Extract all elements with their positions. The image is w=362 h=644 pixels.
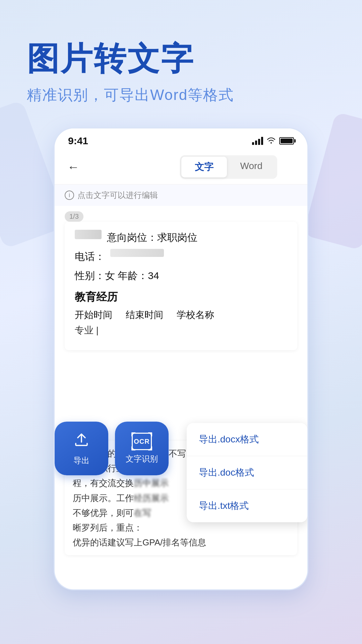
wifi-icon [266,136,276,146]
blurred-text-2: 历中展示 [134,476,169,490]
export-fab-label: 导出 [73,455,89,466]
ocr-corner-br [148,446,152,450]
ocr-corner-tr [148,432,152,436]
para-line-6: 晰罗列后，重点： [73,523,142,533]
para-line-4: 历中展示。工作 [73,493,134,503]
content-area: 意向岗位：求职岗位 电话： 性别：女 年龄：34 教育经历 开始时间 结束时间 … [65,222,297,350]
col-end-time: 结束时间 [126,309,163,321]
ocr-fab-label: 文字识别 [126,453,158,464]
tab-group: 文字 Word [180,155,277,179]
col-school: 学校名称 [177,309,214,321]
phone-mockup: 9:41 ← 文字 Word [54,127,308,590]
major-label: 专业 | [75,325,99,335]
export-docx-option[interactable]: 导出.docx格式 [187,423,307,456]
info-icon: i [65,191,74,200]
content-row-1: 意向岗位：求职岗位 [75,230,287,245]
content-row-3: 性别：女 年龄：34 [75,268,287,283]
fab-container: 导出 OCR 文字识别 [55,422,169,475]
tab-word[interactable]: Word [227,157,276,177]
ocr-icon: OCR [132,433,152,450]
intent-position-text[interactable]: 意向岗位：求职岗位 [107,230,197,245]
page-indicator: 1/3 [65,211,83,222]
hero-title: 图片转文字 [27,40,335,77]
para-line-5: 不够优异，则可 [73,508,134,518]
edu-table-header: 开始时间 结束时间 学校名称 [75,309,287,321]
export-txt-option[interactable]: 导出.txt格式 [187,489,307,522]
phone-label: 电话： [75,249,105,264]
para-line-7: 优异的话建议写上GPA/排名等信息 [73,537,206,547]
battery-icon [279,137,294,145]
hero-subtitle: 精准识别，可导出Word等格式 [27,85,335,105]
col-start-time: 开始时间 [75,309,112,321]
export-fab-button[interactable]: 导出 [55,422,108,475]
app-header: ← 文字 Word [55,150,307,184]
export-doc-option[interactable]: 导出.doc格式 [187,456,307,489]
hero-section: 图片转文字 精准识别，可导出Word等格式 [0,0,362,125]
hint-text: 点击文字可以进行编辑 [77,190,158,201]
bg-decoration-right [303,112,362,251]
back-button[interactable]: ← [65,157,82,177]
export-dropdown: 导出.docx格式 导出.doc格式 导出.txt格式 [187,423,307,522]
edu-row: 专业 | [75,324,287,337]
blurred-phone [110,249,164,257]
signal-bars-icon [252,137,263,145]
status-time: 9:41 [68,135,88,147]
gender-age-text[interactable]: 性别：女 年龄：34 [75,268,159,283]
para-line-3: 程，有交流交换 [73,478,134,488]
ocr-fab-button[interactable]: OCR 文字识别 [115,422,169,475]
upload-icon [73,431,90,452]
ocr-corner-tl [131,432,135,436]
blurred-avatar [75,230,102,239]
ocr-corner-bl [131,446,135,450]
status-bar: 9:41 [55,128,307,150]
status-icons [252,136,294,146]
ocr-text: OCR [134,438,149,445]
education-section-title: 教育经历 [75,290,287,305]
blurred-text-4: 在写 [134,505,151,520]
hint-bar: i 点击文字可以进行编辑 [55,184,307,206]
tab-text[interactable]: 文字 [181,157,227,177]
content-row-2: 电话： [75,249,287,264]
blurred-text-3: 经历展示 [134,491,169,505]
